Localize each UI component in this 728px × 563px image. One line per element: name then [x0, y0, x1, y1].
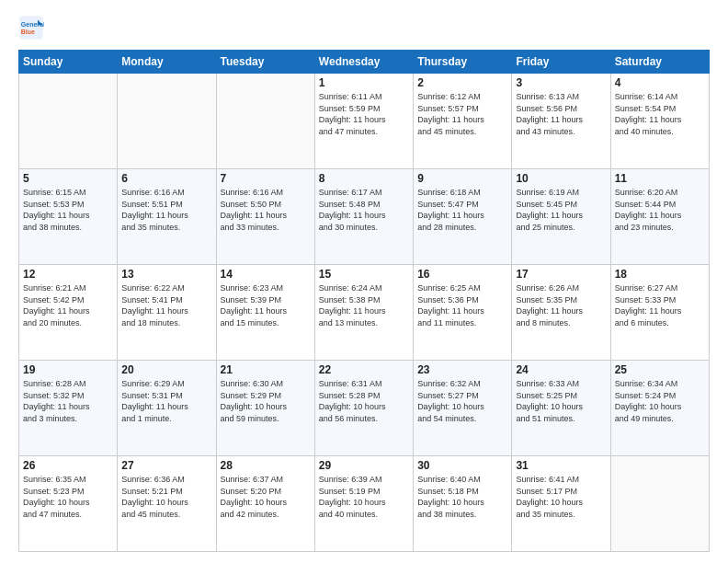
day-number: 13: [121, 268, 211, 281]
calendar-cell: [610, 456, 709, 552]
calendar-cell: 14Sunrise: 6:23 AM Sunset: 5:39 PM Dayli…: [216, 265, 314, 361]
calendar-cell: 13Sunrise: 6:22 AM Sunset: 5:41 PM Dayli…: [118, 265, 216, 361]
calendar-cell: 25Sunrise: 6:34 AM Sunset: 5:24 PM Dayli…: [610, 361, 709, 456]
calendar-cell: 21Sunrise: 6:30 AM Sunset: 5:29 PM Dayli…: [216, 361, 314, 456]
day-info: Sunrise: 6:31 AM Sunset: 5:28 PM Dayligh…: [319, 378, 409, 424]
calendar-week-row: 19Sunrise: 6:28 AM Sunset: 5:32 PM Dayli…: [19, 361, 710, 456]
day-number: 2: [417, 76, 507, 89]
day-info: Sunrise: 6:23 AM Sunset: 5:39 PM Dayligh…: [221, 282, 311, 328]
day-info: Sunrise: 6:16 AM Sunset: 5:50 PM Dayligh…: [221, 187, 311, 233]
calendar-cell: 24Sunrise: 6:33 AM Sunset: 5:25 PM Dayli…: [512, 361, 610, 456]
day-number: 14: [221, 268, 311, 281]
day-number: 31: [516, 459, 606, 472]
calendar-cell: 28Sunrise: 6:37 AM Sunset: 5:20 PM Dayli…: [216, 456, 314, 552]
day-number: 17: [516, 268, 606, 281]
day-info: Sunrise: 6:26 AM Sunset: 5:35 PM Dayligh…: [516, 282, 606, 328]
day-info: Sunrise: 6:14 AM Sunset: 5:54 PM Dayligh…: [615, 91, 705, 137]
day-number: 12: [23, 268, 113, 281]
calendar-cell: 15Sunrise: 6:24 AM Sunset: 5:38 PM Dayli…: [314, 265, 413, 361]
day-info: Sunrise: 6:15 AM Sunset: 5:53 PM Dayligh…: [23, 187, 113, 233]
day-number: 5: [23, 172, 113, 185]
calendar-cell: 1Sunrise: 6:11 AM Sunset: 5:59 PM Daylig…: [314, 74, 413, 169]
day-info: Sunrise: 6:21 AM Sunset: 5:42 PM Dayligh…: [23, 282, 113, 328]
weekday-header-tuesday: Tuesday: [216, 51, 314, 74]
weekday-header-sunday: Sunday: [19, 51, 118, 74]
calendar-cell: [216, 74, 314, 169]
day-info: Sunrise: 6:37 AM Sunset: 5:20 PM Dayligh…: [221, 474, 311, 520]
day-info: Sunrise: 6:32 AM Sunset: 5:27 PM Dayligh…: [417, 378, 507, 424]
day-number: 23: [417, 363, 507, 376]
header: General Blue: [18, 15, 710, 40]
day-info: Sunrise: 6:11 AM Sunset: 5:59 PM Dayligh…: [319, 91, 409, 137]
calendar-week-row: 26Sunrise: 6:35 AM Sunset: 5:23 PM Dayli…: [19, 456, 710, 552]
weekday-header-friday: Friday: [512, 51, 610, 74]
day-number: 25: [615, 363, 705, 376]
day-info: Sunrise: 6:41 AM Sunset: 5:17 PM Dayligh…: [516, 474, 606, 520]
calendar-cell: 12Sunrise: 6:21 AM Sunset: 5:42 PM Dayli…: [19, 265, 118, 361]
logo: General Blue: [18, 15, 48, 40]
day-number: 11: [615, 172, 705, 185]
day-info: Sunrise: 6:17 AM Sunset: 5:48 PM Dayligh…: [319, 187, 409, 233]
day-number: 16: [417, 268, 507, 281]
day-number: 19: [23, 363, 113, 376]
calendar-cell: [118, 74, 216, 169]
day-number: 8: [319, 172, 409, 185]
day-number: 26: [23, 459, 113, 472]
day-number: 29: [319, 459, 409, 472]
day-info: Sunrise: 6:19 AM Sunset: 5:45 PM Dayligh…: [516, 187, 606, 233]
day-number: 3: [516, 76, 606, 89]
day-number: 4: [615, 76, 705, 89]
calendar-cell: 30Sunrise: 6:40 AM Sunset: 5:18 PM Dayli…: [414, 456, 512, 552]
page: General Blue SundayMondayTuesdayWednesda…: [0, 0, 728, 563]
day-info: Sunrise: 6:36 AM Sunset: 5:21 PM Dayligh…: [121, 474, 211, 520]
day-info: Sunrise: 6:13 AM Sunset: 5:56 PM Dayligh…: [516, 91, 606, 137]
svg-rect-0: [19, 16, 42, 39]
day-number: 22: [319, 363, 409, 376]
day-info: Sunrise: 6:28 AM Sunset: 5:32 PM Dayligh…: [23, 378, 113, 424]
weekday-header-thursday: Thursday: [414, 51, 512, 74]
day-info: Sunrise: 6:18 AM Sunset: 5:47 PM Dayligh…: [417, 187, 507, 233]
calendar-table: SundayMondayTuesdayWednesdayThursdayFrid…: [18, 50, 710, 552]
calendar-week-row: 12Sunrise: 6:21 AM Sunset: 5:42 PM Dayli…: [19, 265, 710, 361]
day-info: Sunrise: 6:27 AM Sunset: 5:33 PM Dayligh…: [615, 282, 705, 328]
day-info: Sunrise: 6:34 AM Sunset: 5:24 PM Dayligh…: [615, 378, 705, 424]
calendar-cell: 6Sunrise: 6:16 AM Sunset: 5:51 PM Daylig…: [118, 169, 216, 265]
day-number: 21: [221, 363, 311, 376]
calendar-cell: 26Sunrise: 6:35 AM Sunset: 5:23 PM Dayli…: [19, 456, 118, 552]
day-number: 15: [319, 268, 409, 281]
calendar-cell: 16Sunrise: 6:25 AM Sunset: 5:36 PM Dayli…: [414, 265, 512, 361]
day-number: 10: [516, 172, 606, 185]
day-info: Sunrise: 6:35 AM Sunset: 5:23 PM Dayligh…: [23, 474, 113, 520]
day-number: 20: [121, 363, 211, 376]
calendar-cell: 31Sunrise: 6:41 AM Sunset: 5:17 PM Dayli…: [512, 456, 610, 552]
day-number: 1: [319, 76, 409, 89]
day-info: Sunrise: 6:12 AM Sunset: 5:57 PM Dayligh…: [417, 91, 507, 137]
day-info: Sunrise: 6:30 AM Sunset: 5:29 PM Dayligh…: [221, 378, 311, 424]
calendar-cell: 19Sunrise: 6:28 AM Sunset: 5:32 PM Dayli…: [19, 361, 118, 456]
weekday-header-row: SundayMondayTuesdayWednesdayThursdayFrid…: [19, 51, 710, 74]
day-info: Sunrise: 6:22 AM Sunset: 5:41 PM Dayligh…: [121, 282, 211, 328]
calendar-cell: 8Sunrise: 6:17 AM Sunset: 5:48 PM Daylig…: [314, 169, 413, 265]
day-number: 27: [121, 459, 211, 472]
day-info: Sunrise: 6:24 AM Sunset: 5:38 PM Dayligh…: [319, 282, 409, 328]
calendar-cell: 23Sunrise: 6:32 AM Sunset: 5:27 PM Dayli…: [414, 361, 512, 456]
weekday-header-wednesday: Wednesday: [314, 51, 413, 74]
calendar-cell: 5Sunrise: 6:15 AM Sunset: 5:53 PM Daylig…: [19, 169, 118, 265]
day-number: 7: [221, 172, 311, 185]
day-info: Sunrise: 6:16 AM Sunset: 5:51 PM Dayligh…: [121, 187, 211, 233]
calendar-cell: 7Sunrise: 6:16 AM Sunset: 5:50 PM Daylig…: [216, 169, 314, 265]
day-number: 9: [417, 172, 507, 185]
weekday-header-saturday: Saturday: [610, 51, 709, 74]
calendar-cell: 2Sunrise: 6:12 AM Sunset: 5:57 PM Daylig…: [414, 74, 512, 169]
day-info: Sunrise: 6:20 AM Sunset: 5:44 PM Dayligh…: [615, 187, 705, 233]
logo-icon: General Blue: [18, 15, 44, 40]
calendar-cell: 4Sunrise: 6:14 AM Sunset: 5:54 PM Daylig…: [610, 74, 709, 169]
day-number: 18: [615, 268, 705, 281]
day-info: Sunrise: 6:33 AM Sunset: 5:25 PM Dayligh…: [516, 378, 606, 424]
day-number: 6: [121, 172, 211, 185]
calendar-cell: 3Sunrise: 6:13 AM Sunset: 5:56 PM Daylig…: [512, 74, 610, 169]
calendar-cell: 27Sunrise: 6:36 AM Sunset: 5:21 PM Dayli…: [118, 456, 216, 552]
day-info: Sunrise: 6:39 AM Sunset: 5:19 PM Dayligh…: [319, 474, 409, 520]
svg-text:Blue: Blue: [21, 29, 35, 35]
day-info: Sunrise: 6:40 AM Sunset: 5:18 PM Dayligh…: [417, 474, 507, 520]
